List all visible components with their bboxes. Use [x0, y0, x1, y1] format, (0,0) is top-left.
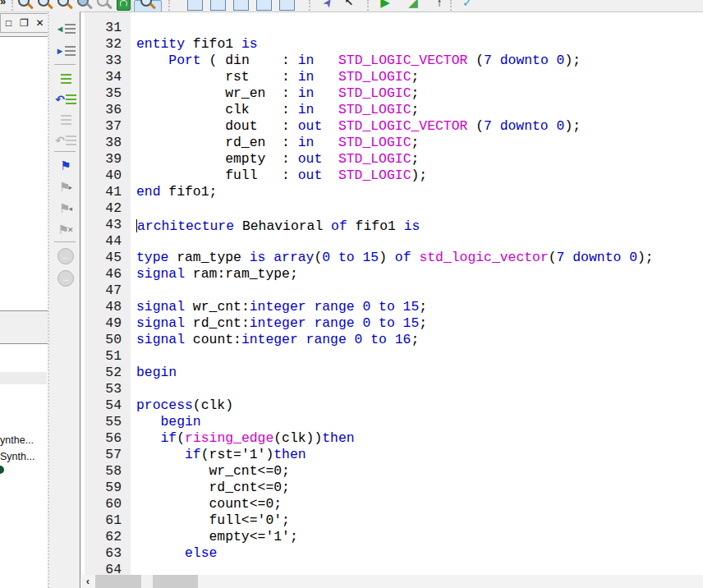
- check-syntax-button[interactable]: ✓: [458, 0, 476, 11]
- code-line[interactable]: 39 empty : out STD_LOGIC;: [80, 151, 703, 168]
- clear-x-icon: ✕: [67, 226, 74, 234]
- scrollbar-thumb[interactable]: [95, 575, 198, 588]
- code-line-text: signal count:integer range 0 to 16;: [122, 332, 419, 348]
- code-line[interactable]: 41end fifo1;: [80, 184, 703, 200]
- code-line-text: process(clk): [122, 397, 233, 414]
- back-arrow-icon: ←: [57, 248, 74, 264]
- uncomment-lines-button[interactable]: ↶: [54, 90, 77, 109]
- code-line-text: empty<='1';: [122, 529, 298, 545]
- navigate-forward-button: →: [54, 269, 77, 288]
- code-line[interactable]: 55 begin: [80, 414, 703, 430]
- code-line[interactable]: 61 full<='0';: [80, 512, 703, 529]
- line-number: 50: [85, 332, 122, 348]
- code-line[interactable]: 36 clk : in STD_LOGIC;: [80, 102, 703, 118]
- text-caret: [136, 219, 137, 232]
- code-line-text: rst : in STD_LOGIC;: [122, 69, 419, 85]
- comment-lines-icon: [61, 115, 71, 125]
- process-item[interactable]: ynthe...: [0, 434, 34, 446]
- code-line-text: full<='0';: [122, 512, 290, 529]
- run-all-button[interactable]: ◢: [404, 0, 422, 11]
- toggle-bookmark-button[interactable]: ⚑: [54, 156, 77, 176]
- line-number: 61: [85, 512, 122, 529]
- code-line[interactable]: 50signal count:integer range 0 to 16;: [80, 332, 703, 348]
- new-window-button[interactable]: [187, 0, 203, 11]
- text-lines-icon: [65, 46, 76, 56]
- shift-right-button[interactable]: ►: [54, 41, 77, 61]
- line-number: 33: [85, 53, 122, 69]
- zoom-toggle-button-selected[interactable]: [134, 0, 162, 12]
- code-line-text: wr_en : in STD_LOGIC;: [122, 85, 419, 102]
- code-line[interactable]: 31: [80, 20, 703, 36]
- toolbar-separator: [367, 0, 369, 11]
- code-line[interactable]: 40 full : out STD_LOGIC);: [80, 168, 703, 184]
- editor-side-toolbar: ◄ ► ↶ ↶ ⚑ ⚑▸ ⚑◂ ⚑✕ ←: [48, 11, 81, 588]
- code-line[interactable]: 37 dout : out STD_LOGIC_VECTOR (7 downto…: [80, 118, 703, 135]
- panel-maximize-button[interactable]: □: [2, 16, 15, 30]
- zoom-full-view-button[interactable]: [56, 0, 74, 11]
- code-line[interactable]: 58 wr_cnt<=0;: [80, 463, 703, 480]
- code-line[interactable]: 32entity fifo1 is: [80, 36, 703, 53]
- zoom-box-button[interactable]: [76, 0, 94, 11]
- code-line[interactable]: 57 if(rst='1')then: [80, 447, 703, 463]
- code-line-text: Port ( din : in STD_LOGIC_VECTOR (7 down…: [122, 53, 581, 69]
- run-button[interactable]: ▶: [376, 0, 394, 11]
- code-editor[interactable]: 3132entity fifo1 is33 Port ( din : in ST…: [80, 11, 703, 588]
- line-number: 39: [85, 151, 122, 168]
- code-line[interactable]: 48signal wr_cnt:integer range 0 to 15;: [80, 299, 703, 315]
- select-pointer-icon[interactable]: ➤: [315, 0, 341, 12]
- code-line[interactable]: 35 wr_en : in STD_LOGIC;: [80, 85, 703, 102]
- cascade-windows-button[interactable]: [210, 0, 226, 11]
- code-line-text: wr_cnt<=0;: [122, 463, 290, 480]
- code-line-text: signal ram:ram_type;: [122, 266, 298, 283]
- zoom-previous-button[interactable]: [95, 0, 113, 11]
- tile-horizontal-button[interactable]: [233, 0, 249, 11]
- line-number: 35: [85, 85, 122, 102]
- toolbar-overflow-chevron-icon[interactable]: »: [0, 0, 6, 7]
- code-line[interactable]: 54process(clk): [80, 397, 703, 414]
- process-item[interactable]: Synth...: [0, 451, 34, 462]
- scroll-left-arrow-icon[interactable]: ‹: [81, 575, 94, 588]
- code-line[interactable]: 47: [80, 283, 703, 299]
- code-line[interactable]: 53: [80, 381, 703, 397]
- zoom-out-button[interactable]: [36, 0, 54, 11]
- code-line-text: rd_en : in STD_LOGIC;: [122, 135, 419, 151]
- code-line[interactable]: 62 empty<='1';: [80, 529, 703, 545]
- line-number: 36: [85, 102, 122, 118]
- navigate-back-button: ←: [54, 246, 77, 266]
- code-line[interactable]: 51: [80, 348, 703, 365]
- zoom-in-button[interactable]: [16, 0, 34, 11]
- code-line[interactable]: 56 if(rising_edge(clk))then: [80, 430, 703, 447]
- comment-lines-icon: [61, 74, 71, 84]
- step-button[interactable]: ↑: [430, 0, 448, 11]
- code-line[interactable]: 33 Port ( din : in STD_LOGIC_VECTOR (7 d…: [80, 53, 703, 69]
- shift-left-button[interactable]: ◄: [54, 19, 77, 39]
- code-line[interactable]: 52begin: [80, 365, 703, 381]
- code-line-text: signal wr_cnt:integer range 0 to 15;: [122, 299, 427, 315]
- toolbar-separator: [11, 0, 13, 11]
- code-line[interactable]: 60 count<=0;: [80, 496, 703, 512]
- code-line[interactable]: 46signal ram:ram_type;: [80, 266, 703, 283]
- code-line[interactable]: 49signal rd_cnt:integer range 0 to 15;: [80, 315, 703, 332]
- next-bookmark-button: ⚑▸: [54, 177, 77, 197]
- refresh-view-button[interactable]: [117, 0, 131, 11]
- code-line[interactable]: 59 rd_cnt<=0;: [80, 480, 703, 496]
- context-help-pointer-icon[interactable]: ↖: [340, 0, 358, 11]
- code-line[interactable]: 64: [80, 562, 703, 575]
- code-lines-container[interactable]: 3132entity fifo1 is33 Port ( din : in ST…: [80, 20, 703, 575]
- code-line[interactable]: 45type ram_type is array(0 to 15) of std…: [80, 250, 703, 266]
- hierarchy-panel[interactable]: [0, 36, 48, 311]
- panel-restore-button[interactable]: ❐: [18, 16, 30, 30]
- tile-vertical-button[interactable]: [256, 0, 272, 11]
- line-number: 37: [85, 118, 122, 135]
- code-line[interactable]: 34 rst : in STD_LOGIC;: [80, 69, 703, 85]
- code-line[interactable]: 44: [80, 233, 703, 250]
- comment-lines-button[interactable]: [54, 69, 77, 89]
- code-line[interactable]: 42: [80, 200, 703, 217]
- code-line[interactable]: 38 rd_en : in STD_LOGIC;: [80, 135, 703, 151]
- processes-panel[interactable]: ynthe... Synth...: [0, 343, 48, 588]
- panel-close-button[interactable]: ✕: [34, 16, 46, 30]
- float-window-button[interactable]: [279, 0, 295, 11]
- code-line[interactable]: 43architecture Behavioral of fifo1 is: [80, 217, 703, 233]
- horizontal-scrollbar[interactable]: ‹: [81, 575, 703, 588]
- code-line[interactable]: 63 else: [80, 545, 703, 562]
